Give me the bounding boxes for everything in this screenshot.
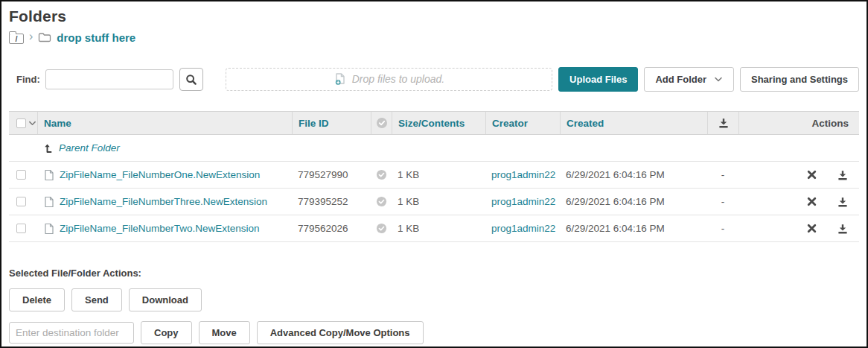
file-icon — [43, 196, 54, 208]
download-icon — [718, 117, 730, 129]
move-button[interactable]: Move — [199, 321, 250, 344]
search-button[interactable] — [179, 68, 203, 91]
size-cell: 1 KB — [392, 189, 485, 215]
destination-folder-input[interactable] — [9, 322, 134, 344]
folders-page: Folders / › drop stuff here Find: Drop f… — [0, 0, 868, 348]
file-icon — [43, 223, 54, 235]
delete-x-icon[interactable] — [806, 196, 817, 207]
add-folder-label: Add Folder — [655, 74, 706, 85]
download-button[interactable]: Download — [129, 288, 202, 311]
delete-button[interactable]: Delete — [9, 288, 65, 311]
up-arrow-icon — [43, 142, 53, 154]
header-actions: Actions — [738, 112, 859, 134]
creator-link[interactable]: prog1admin22 — [491, 169, 555, 180]
row-checkbox[interactable] — [16, 197, 26, 206]
file-id-cell: 779562026 — [292, 215, 371, 241]
row-checkbox[interactable] — [16, 224, 26, 233]
search-icon — [185, 74, 197, 85]
check-circle-icon — [376, 223, 387, 234]
created-cell: 6/29/2021 6:04:16 PM — [560, 189, 707, 215]
check-circle-icon — [376, 117, 388, 129]
download-icon[interactable] — [837, 196, 849, 208]
select-menu-chevron-icon[interactable] — [28, 119, 36, 127]
page-title: Folders — [9, 7, 867, 25]
upload-files-button[interactable]: Upload Files — [558, 67, 638, 92]
chevron-down-icon — [714, 75, 723, 83]
size-cell: 1 KB — [392, 215, 485, 241]
breadcrumb-current-folder[interactable]: drop stuff here — [57, 31, 135, 44]
selected-actions-panel: Selected File/Folder Actions: Delete Sen… — [9, 268, 867, 344]
download-status-cell: - — [707, 189, 738, 215]
file-name-link[interactable]: ZipFileName_FileNumberOne.NewExtension — [60, 169, 260, 180]
creator-link[interactable]: prog1admin22 — [491, 223, 555, 234]
select-all-cell — [9, 112, 37, 134]
download-status-cell: - — [707, 215, 738, 241]
find-label: Find: — [16, 74, 40, 85]
table-row: ZipFileName_FileNumberTwo.NewExtension 7… — [9, 215, 859, 242]
advanced-copy-move-button[interactable]: Advanced Copy/Move Options — [257, 321, 424, 344]
file-name-link[interactable]: ZipFileName_FileNumberThree.NewExtension — [60, 196, 267, 207]
size-cell: 1 KB — [392, 162, 485, 188]
copy-button[interactable]: Copy — [141, 321, 192, 344]
download-status-cell: - — [707, 162, 738, 188]
drop-file-icon — [334, 72, 347, 86]
file-id-cell: 779395252 — [292, 189, 371, 215]
root-folder-icon[interactable]: / — [9, 34, 24, 44]
files-table: Name File ID Size/Contents Creator Creat… — [9, 111, 859, 242]
dropzone[interactable]: Drop files to upload. — [226, 68, 552, 91]
header-download — [707, 112, 738, 134]
file-name-link[interactable]: ZipFileName_FileNumberTwo.NewExtension — [60, 223, 260, 234]
dropzone-text: Drop files to upload. — [352, 73, 445, 85]
row-checkbox[interactable] — [16, 170, 26, 180]
file-id-cell: 779527990 — [292, 162, 371, 188]
folder-icon — [38, 31, 51, 43]
parent-folder-cell: Parent Folder — [37, 135, 292, 161]
send-button[interactable]: Send — [71, 288, 122, 311]
empty-cell — [9, 135, 37, 161]
selected-actions-label: Selected File/Folder Actions: — [9, 268, 867, 279]
sharing-settings-button[interactable]: Sharing and Settings — [740, 67, 859, 92]
toolbar: Find: Drop files to upload. Upload Files… — [16, 66, 859, 92]
breadcrumb: / › drop stuff here — [9, 31, 867, 44]
parent-folder-link[interactable]: Parent Folder — [59, 142, 120, 154]
delete-x-icon[interactable] — [806, 169, 817, 180]
header-name[interactable]: Name — [37, 112, 292, 134]
delete-x-icon[interactable] — [806, 223, 817, 234]
header-file-id[interactable]: File ID — [292, 112, 371, 134]
select-all-checkbox[interactable] — [16, 118, 26, 128]
created-cell: 6/29/2021 6:04:16 PM — [560, 162, 707, 188]
header-size[interactable]: Size/Contents — [392, 112, 485, 134]
table-header-row: Name File ID Size/Contents Creator Creat… — [9, 111, 859, 135]
breadcrumb-separator-icon: › — [29, 31, 33, 44]
download-icon[interactable] — [837, 223, 849, 235]
parent-folder-row: Parent Folder — [9, 135, 859, 162]
created-cell: 6/29/2021 6:04:16 PM — [560, 215, 707, 241]
header-creator[interactable]: Creator — [485, 112, 560, 134]
creator-link[interactable]: prog1admin22 — [491, 196, 555, 207]
file-icon — [43, 169, 54, 181]
download-icon[interactable] — [837, 169, 849, 181]
table-row: ZipFileName_FileNumberOne.NewExtension 7… — [9, 162, 859, 189]
check-circle-icon — [376, 196, 387, 207]
check-circle-icon — [376, 169, 387, 180]
header-scan-status — [371, 112, 392, 134]
find-input[interactable] — [45, 69, 173, 89]
header-created[interactable]: Created — [560, 112, 707, 134]
add-folder-button[interactable]: Add Folder — [644, 67, 734, 92]
table-row: ZipFileName_FileNumberThree.NewExtension… — [9, 189, 859, 215]
